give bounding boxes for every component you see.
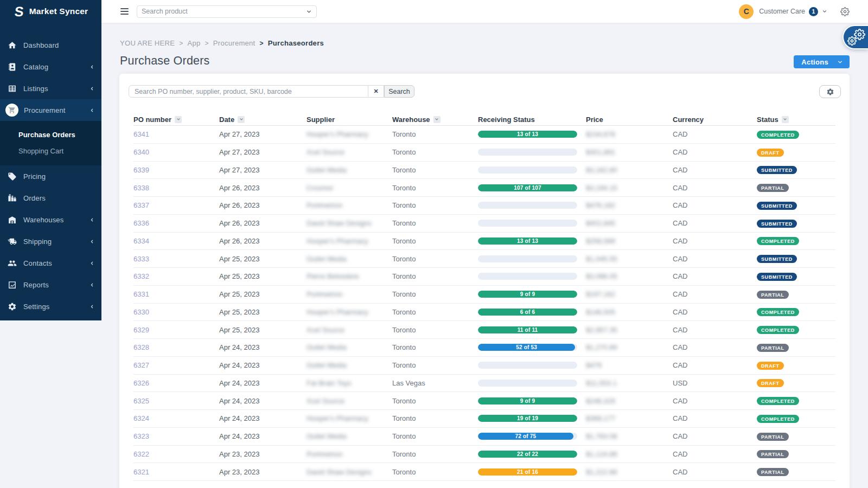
chevron-left-icon — [90, 239, 94, 244]
table-header-row: PO numberDateSupplierWarehouseReceiving … — [133, 113, 835, 126]
status-badge: DRAFT — [757, 362, 784, 370]
po-number-link[interactable]: 6327 — [133, 361, 149, 369]
brand-logo[interactable]: S Market Syncer — [0, 0, 101, 23]
sort-button-date[interactable] — [238, 116, 245, 123]
sidebar-item-reports[interactable]: Reports — [0, 274, 101, 296]
po-number-link[interactable]: 6334 — [133, 237, 149, 245]
sidebar-item-dashboard[interactable]: Dashboard — [0, 34, 101, 56]
receiving-progress-fill: 13 of 13 — [478, 237, 577, 245]
warehouse-cell: Toronto — [392, 290, 478, 298]
status-badge: COMPLETED — [757, 308, 799, 316]
table-row: 6334Apr 26, 2023Hooper's PharmacyToronto… — [133, 233, 835, 251]
po-number-link[interactable]: 6323 — [133, 432, 149, 440]
po-number-link[interactable]: 6331 — [133, 290, 149, 298]
po-number-link[interactable]: 6321 — [133, 468, 149, 476]
currency-cell: CAD — [673, 343, 757, 351]
breadcrumb: YOU ARE HERE > App > Procurement > Purch… — [120, 39, 868, 47]
sort-button-status[interactable] — [782, 116, 789, 123]
receiving-progress-bar: 9 of 9 — [478, 291, 577, 298]
po-search-input[interactable] — [129, 85, 368, 98]
breadcrumb-item-procurement[interactable]: Procurement — [213, 39, 256, 47]
sidebar-item-warehouses[interactable]: Warehouses — [0, 209, 101, 230]
currency-cell: CAD — [673, 237, 757, 245]
po-number-link[interactable]: 6341 — [133, 130, 149, 138]
po-number-link[interactable]: 6328 — [133, 343, 149, 351]
date-cell: Apr 24, 2023 — [219, 397, 307, 405]
sidebar-item-contacts[interactable]: Contacts — [0, 252, 101, 274]
receiving-progress-bar: 22 of 22 — [478, 451, 577, 458]
table-row: 6327Apr 24, 2023Outlet MediaToronto$479C… — [133, 357, 835, 375]
price-cell: $1,783.08 — [586, 432, 617, 440]
sidebar-item-catalog[interactable]: Catalog — [0, 56, 101, 78]
po-number-link[interactable]: 6337 — [133, 201, 149, 209]
actions-button[interactable]: Actions — [794, 55, 850, 68]
receiving-progress-bar — [478, 273, 577, 280]
po-number-link[interactable]: 6330 — [133, 308, 149, 316]
product-search-select[interactable]: Search product — [137, 5, 317, 18]
receiving-progress-fill: 19 of 19 — [478, 415, 577, 422]
po-number-link[interactable]: 6329 — [133, 326, 149, 334]
warehouse-cell: Toronto — [392, 326, 478, 334]
po-number-link[interactable]: 6332 — [133, 272, 149, 280]
po-number-link[interactable]: 6336 — [133, 219, 149, 227]
supplier-cell: Hooper's Pharmacy — [307, 414, 368, 422]
po-number-link[interactable]: 6322 — [133, 450, 149, 458]
sidebar-item-settings[interactable]: Settings — [0, 296, 101, 317]
receiving-progress-label: 19 of 19 — [517, 415, 538, 421]
search-button[interactable]: Search — [384, 85, 414, 98]
status-badge: SUBMITTED — [757, 273, 797, 281]
po-number-link[interactable]: 6339 — [133, 166, 149, 174]
receiving-progress-label: 9 of 9 — [520, 398, 535, 404]
status-badge: PARTIAL — [757, 468, 789, 476]
warehouse-cell: Toronto — [392, 184, 478, 192]
table-settings-button[interactable] — [819, 85, 841, 98]
avatar[interactable]: C — [739, 4, 754, 19]
sidebar-item-pricing[interactable]: Pricing — [0, 165, 101, 187]
user-name: Customer Care — [759, 8, 805, 15]
sidebar-item-orders[interactable]: Orders — [0, 187, 101, 209]
clear-search-button[interactable]: ✕ — [368, 85, 384, 98]
status-badge: COMPLETED — [757, 237, 799, 245]
breadcrumb-item-app[interactable]: App — [187, 39, 200, 47]
warehouse-cell: Toronto — [392, 432, 478, 440]
breadcrumb-separator: > — [205, 40, 208, 47]
date-cell: Apr 24, 2023 — [219, 361, 307, 369]
po-number-link[interactable]: 6324 — [133, 414, 149, 422]
sidebar-item-procurement[interactable]: Procurement — [0, 99, 101, 121]
sidebar-subitem-purchase-orders[interactable]: Purchase Orders — [0, 126, 101, 143]
warehouse-cell: Toronto — [392, 166, 478, 174]
main-content: YOU ARE HERE > App > Procurement > Purch… — [101, 23, 868, 488]
warehouse-cell: Toronto — [392, 255, 478, 263]
po-number-link[interactable]: 6333 — [133, 255, 149, 263]
chevron-left-icon — [90, 108, 94, 113]
receiving-progress-bar: 107 of 107 — [478, 184, 577, 191]
hamburger-menu-icon[interactable] — [120, 7, 129, 16]
column-header-date: Date — [219, 115, 307, 124]
po-number-link[interactable]: 6338 — [133, 184, 149, 192]
sort-button-warehouse[interactable] — [433, 116, 441, 123]
supplier-cell: David Shaw Designs — [307, 468, 372, 476]
chevron-down-icon[interactable] — [822, 9, 827, 14]
receiving-progress-bar — [478, 166, 577, 174]
sidebar-item-shipping[interactable]: Shipping — [0, 230, 101, 252]
po-number-link[interactable]: 6326 — [133, 379, 149, 387]
settings-gear-icon[interactable] — [840, 7, 850, 16]
sort-button-po-number[interactable] — [175, 116, 182, 123]
date-cell: Apr 26, 2023 — [219, 237, 307, 245]
po-number-link[interactable]: 6325 — [133, 397, 149, 405]
title-row: Purchase Orders Actions — [120, 54, 850, 68]
warehouse-cell: Toronto — [392, 414, 478, 422]
column-header-label: Receiving Status — [478, 115, 535, 124]
column-header-price: Price — [586, 115, 673, 124]
sidebar-subitem-shopping-cart[interactable]: Shopping Cart — [0, 143, 101, 159]
close-icon: ✕ — [373, 88, 378, 95]
table-row: 6323Apr 24, 2023Outlet MediaToronto72 of… — [133, 428, 835, 446]
settings-drawer-toggle[interactable] — [843, 25, 868, 49]
column-header-po-number: PO number — [133, 115, 219, 124]
warehouse-cell: Toronto — [392, 219, 478, 227]
po-number-link[interactable]: 6340 — [133, 148, 149, 156]
sidebar: S Market Syncer DashboardCatalogListings… — [0, 0, 101, 320]
sidebar-item-listings[interactable]: Listings — [0, 78, 101, 99]
status-badge: SUBMITTED — [757, 166, 797, 174]
date-cell: Apr 26, 2023 — [219, 201, 307, 209]
